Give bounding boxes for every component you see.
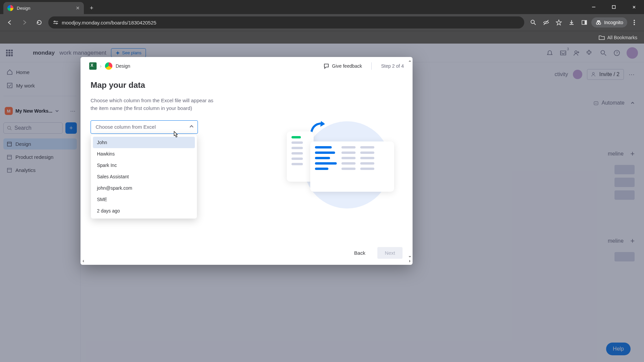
download-icon[interactable] (566, 17, 577, 28)
excel-icon (89, 62, 97, 70)
close-tab-icon[interactable]: ✕ (76, 5, 80, 11)
incognito-label: Incognito (604, 20, 623, 25)
svg-point-13 (634, 20, 635, 21)
chrome-menu-icon[interactable] (629, 17, 640, 28)
monday-favicon-icon (7, 5, 13, 11)
breadcrumb-separator: › (100, 63, 102, 69)
site-settings-icon[interactable] (53, 20, 58, 25)
reload-button[interactable] (34, 17, 45, 28)
dropdown-option-email[interactable]: john@spark.com (93, 182, 195, 194)
close-window-button[interactable]: ✕ (624, 0, 644, 14)
address-bar[interactable]: moodjoy.monday.com/boards/1830420525 (48, 16, 524, 28)
svg-point-14 (634, 22, 635, 23)
dropdown-option-2-days-ago[interactable]: 2 days ago (93, 205, 195, 217)
back-label: Back (354, 250, 365, 256)
back-button[interactable] (4, 17, 15, 28)
next-label: Next (385, 250, 395, 256)
forward-button[interactable] (19, 17, 30, 28)
dropdown-option-sales-assistant[interactable]: Sales Assistant (93, 171, 195, 182)
zoom-icon[interactable] (528, 17, 539, 28)
modal-horizontal-scrollbar[interactable] (83, 259, 411, 263)
dropdown-option-john[interactable]: John (93, 137, 195, 148)
modal-title: Map your data (91, 80, 258, 90)
chat-icon (323, 63, 329, 69)
eye-off-icon[interactable] (540, 17, 552, 28)
new-tab-button[interactable]: + (87, 3, 97, 13)
breadcrumb-board: Design (116, 63, 130, 69)
svg-point-11 (596, 22, 598, 24)
minimize-window-button[interactable] (584, 0, 604, 14)
browser-tab[interactable]: Design ✕ (3, 2, 84, 14)
step-indicator: Step 2 of 4 (381, 63, 404, 69)
modal-description: Choose which column from the Excel file … (91, 97, 218, 112)
dropdown-option-spark-inc[interactable]: Spark Inc (93, 160, 195, 171)
column-select[interactable]: Choose column from Excel John Hawkins Sp… (91, 120, 198, 134)
url-text: moodjoy.monday.com/boards/1830420525 (62, 20, 156, 25)
dropdown-option-sme[interactable]: SME (93, 194, 195, 205)
next-button[interactable]: Next (377, 247, 402, 259)
modal-vertical-scrollbar[interactable] (407, 60, 413, 258)
tab-title: Design (17, 6, 30, 11)
chevron-up-icon (190, 125, 193, 129)
import-modal: › Design Give feedback Step 2 of 4 Map y… (80, 57, 413, 265)
cursor-pointer-icon (172, 131, 179, 139)
svg-point-4 (54, 21, 56, 22)
bookmarks-label: All Bookmarks (607, 35, 637, 40)
star-icon[interactable] (553, 17, 565, 28)
svg-point-12 (599, 22, 601, 24)
all-bookmarks-button[interactable]: All Bookmarks (599, 35, 637, 40)
svg-line-7 (534, 23, 536, 25)
feedback-label: Give feedback (332, 63, 362, 69)
svg-rect-1 (612, 6, 615, 9)
divider (371, 62, 372, 70)
folder-icon (599, 35, 605, 40)
svg-rect-10 (585, 20, 587, 24)
svg-point-5 (56, 23, 58, 24)
back-button[interactable]: Back (347, 247, 373, 259)
mapping-illustration (287, 121, 394, 195)
maximize-window-button[interactable] (604, 0, 624, 14)
svg-line-8 (544, 20, 548, 25)
monday-icon (105, 62, 112, 70)
give-feedback-button[interactable]: Give feedback (323, 63, 362, 69)
incognito-icon (595, 19, 601, 25)
side-panel-icon[interactable] (579, 17, 590, 28)
incognito-chip[interactable]: Incognito (591, 17, 627, 27)
column-dropdown: John Hawkins Spark Inc Sales Assistant j… (91, 135, 197, 219)
dropdown-option-hawkins[interactable]: Hawkins (93, 148, 195, 160)
svg-point-15 (634, 24, 635, 25)
svg-point-6 (531, 20, 534, 23)
select-placeholder: Choose column from Excel (96, 124, 156, 130)
